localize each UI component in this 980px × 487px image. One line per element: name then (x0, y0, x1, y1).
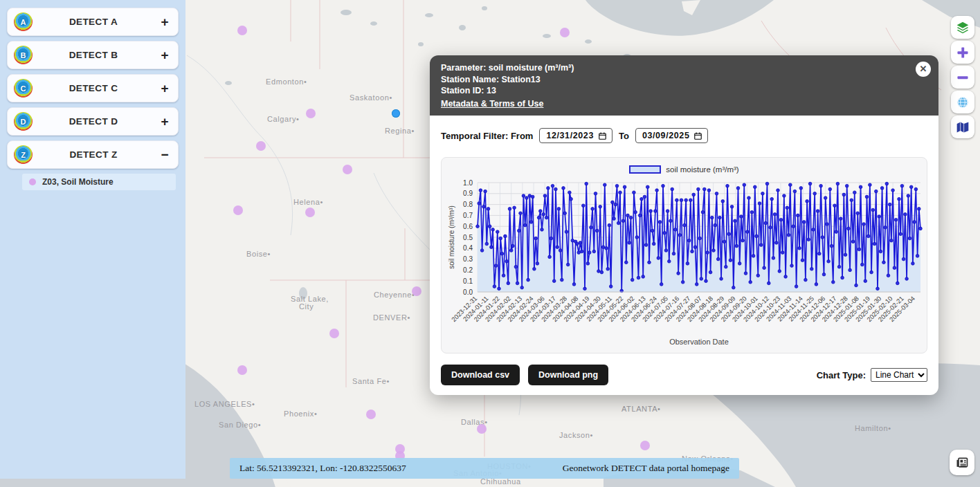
station-dot[interactable] (306, 109, 316, 118)
group-label: DETECT B (33, 50, 154, 60)
detect-logo-icon: A (14, 12, 33, 31)
svg-text:0.5: 0.5 (463, 234, 473, 241)
station-dot-selected[interactable] (392, 109, 400, 118)
globe-button[interactable] (951, 91, 974, 113)
station-dot[interactable] (640, 441, 650, 450)
calendar-icon (694, 132, 702, 140)
svg-text:0.0: 0.0 (463, 288, 473, 296)
basemap-icon (956, 120, 970, 134)
parameter-label: Parameter: soil moisture (m³/m³) (441, 62, 927, 74)
svg-text:0.7: 0.7 (463, 212, 473, 219)
from-date-input[interactable]: 12/31/2023 (539, 128, 612, 143)
layer-dot-icon (29, 178, 36, 185)
map-controls (951, 16, 974, 138)
legend-swatch (629, 165, 661, 174)
detect-logo-icon: B (14, 46, 33, 64)
download-csv-button[interactable]: Download csv (441, 365, 520, 385)
from-date-value: 12/31/2023 (546, 131, 594, 140)
sidebar-group-detect-d[interactable]: DDETECT D+ (7, 107, 179, 136)
svg-text:0.1: 0.1 (463, 277, 473, 285)
detect-logo-icon: C (14, 79, 33, 98)
globe-icon (956, 95, 970, 109)
layer-item-z03-soil-moisture[interactable]: Z03, Soil Moisture (22, 174, 176, 190)
chart-panel: soil moisture (m³/m³) 0.00.10.20.30.40.5… (441, 157, 927, 353)
sidebar-group-detect-b[interactable]: BDETECT B+ (7, 41, 179, 69)
expand-toggle-icon[interactable]: + (154, 81, 175, 96)
close-icon[interactable]: ✕ (916, 62, 931, 77)
detect-logo-icon: Z (14, 145, 33, 164)
group-label: DETECT Z (33, 149, 154, 160)
zoom-out-icon (956, 71, 970, 84)
station-dot[interactable] (560, 28, 570, 37)
dialog-footer: Download csv Download png Chart Type: Li… (441, 365, 927, 385)
group-label: DETECT C (33, 83, 154, 93)
app-root: Edmonton•Saskatoon•Calgary•Regina•Helena… (0, 0, 980, 487)
svg-text:0.6: 0.6 (463, 223, 473, 230)
legend-label: soil moisture (m³/m³) (666, 165, 738, 174)
chart-type-select[interactable]: Line Chart (871, 368, 927, 382)
temporal-filter-row: Temporal Filter: From 12/31/2023 To 03/0… (441, 128, 927, 143)
expand-toggle-icon[interactable]: − (154, 147, 175, 163)
download-png-button[interactable]: Download png (528, 365, 608, 385)
expand-toggle-icon[interactable]: + (154, 15, 175, 30)
station-dot[interactable] (366, 410, 376, 419)
detect-logo-icon: D (14, 112, 33, 131)
status-bar: Lat: 56.5213392321, Lon: -120.8322550637… (230, 458, 739, 479)
station-dot[interactable] (412, 286, 421, 296)
svg-text:0.2: 0.2 (463, 266, 473, 274)
chart-type-label: Chart Type: (817, 370, 866, 380)
to-date-input[interactable]: 03/09/2025 (635, 128, 709, 143)
dialog-header: Parameter: soil moisture (m³/m³) Station… (430, 55, 938, 116)
station-dot[interactable] (237, 365, 247, 375)
svg-text:0.4: 0.4 (463, 244, 473, 252)
svg-text:0.9: 0.9 (463, 190, 473, 197)
station-name-label: Station Name: Station13 (441, 74, 927, 86)
cursor-coordinates: Lat: 56.5213392321, Lon: -120.8322550637 (239, 463, 406, 474)
chart-legend: soil moisture (m³/m³) (446, 163, 923, 176)
sidebar-group-detect-c[interactable]: CDETECT C+ (7, 74, 179, 102)
to-date-value: 03/09/2025 (642, 131, 690, 140)
station-dot[interactable] (237, 26, 247, 35)
station-dot[interactable] (477, 424, 487, 434)
svg-text:Observation Date: Observation Date (669, 338, 729, 346)
water-hudson-bay (586, 0, 774, 36)
expand-toggle-icon[interactable]: + (154, 48, 175, 63)
dialog-body: Temporal Filter: From 12/31/2023 To 03/0… (430, 116, 938, 395)
sidebar-groups: ADETECT A+BDETECT B+CDETECT C+DDETECT D+… (7, 8, 179, 190)
sidebar-group-detect-z[interactable]: ZDETECT Z− (7, 140, 179, 169)
zoom-out-button[interactable] (951, 66, 974, 89)
sidebar-group-detect-a[interactable]: ADETECT A+ (7, 8, 179, 36)
group-label: DETECT A (33, 17, 154, 27)
group-label: DETECT D (33, 116, 154, 127)
station-timeseries-dialog: Parameter: soil moisture (m³/m³) Station… (430, 55, 938, 395)
svg-text:0.3: 0.3 (463, 255, 473, 263)
expand-toggle-icon[interactable]: + (154, 114, 175, 129)
zoom-in-icon (956, 46, 970, 59)
station-dot[interactable] (343, 165, 352, 174)
temporal-filter-label: Temporal Filter: From (441, 131, 533, 141)
basemap-button[interactable] (951, 116, 974, 138)
station-dot[interactable] (233, 205, 243, 215)
layers-icon (956, 21, 970, 35)
layers-button[interactable] (951, 16, 974, 39)
news-button[interactable] (950, 450, 974, 475)
station-id-label: Station ID: 13 (441, 85, 927, 97)
metadata-terms-link[interactable]: Metadata & Terms of Use (441, 98, 543, 110)
layer-sidebar: ADETECT A+BDETECT B+CDETECT C+DDETECT D+… (0, 0, 185, 479)
calendar-icon (599, 132, 606, 140)
station-dot[interactable] (256, 141, 266, 151)
station-dot[interactable] (329, 329, 339, 338)
station-dot[interactable] (305, 208, 315, 217)
to-label: To (619, 131, 629, 141)
svg-text:soil moisture (m³/m³): soil moisture (m³/m³) (448, 205, 455, 269)
great-salt-lake (299, 287, 307, 300)
homepage-link[interactable]: Geonetwork DETECT data portal homepage (563, 463, 729, 474)
newspaper-icon (955, 456, 969, 470)
chart-type-control: Chart Type: Line Chart (817, 368, 927, 382)
timeseries-chart[interactable]: 0.00.10.20.30.40.50.60.70.80.91.02023-12… (446, 176, 927, 347)
zoom-in-button[interactable] (951, 41, 974, 64)
svg-text:0.8: 0.8 (463, 201, 473, 208)
svg-text:1.0: 1.0 (463, 179, 473, 187)
layer-label: Z03, Soil Moisture (42, 177, 114, 187)
